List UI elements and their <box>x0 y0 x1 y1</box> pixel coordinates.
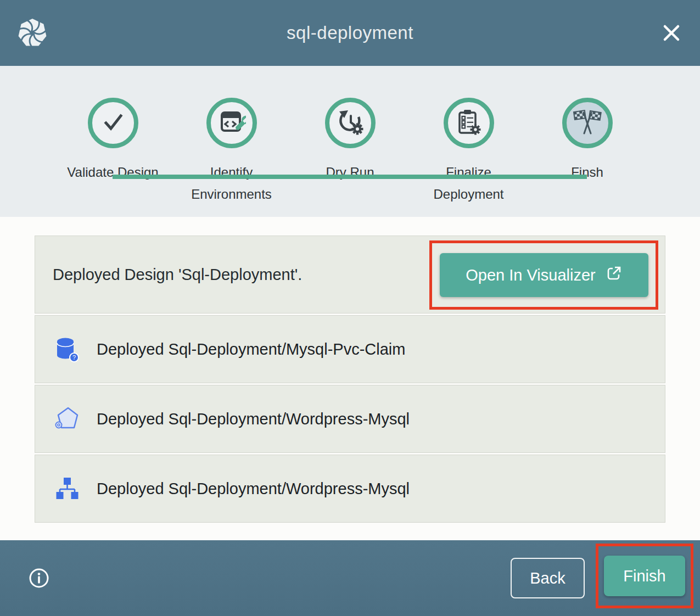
deployment-stepper: Validate Design <box>0 66 700 217</box>
deployment-results: Deployed Design 'Sql-Deployment'. Open I… <box>0 217 700 540</box>
deployed-resource-row: Deployed Sql-Deployment/Wordpress-Mysql <box>35 385 665 453</box>
annotation-box-open-in-visualizer: Open In Visualizer <box>429 240 658 310</box>
modal-header: sql-deployment <box>0 0 700 66</box>
annotation-box-finish: Finish <box>596 544 693 608</box>
deploy-message-row: Deployed Design 'Sql-Deployment'. Open I… <box>35 236 665 313</box>
step-label: Identify Environments <box>172 161 291 205</box>
step-validate-design: Validate Design <box>54 98 172 205</box>
step-label: Finsh <box>571 161 603 183</box>
pentagon-icon <box>53 405 81 433</box>
deployed-resource-text: Deployed Sql-Deployment/Wordpress-Mysql <box>97 410 410 428</box>
open-in-visualizer-button[interactable]: Open In Visualizer <box>440 253 648 297</box>
step-circle-finalize <box>444 98 494 148</box>
checkered-flags-icon <box>572 107 603 139</box>
step-circle-validate <box>88 98 138 148</box>
hierarchy-icon <box>53 474 81 503</box>
step-circle-dry-run <box>325 98 376 148</box>
step-circle-identify <box>206 98 257 148</box>
close-icon[interactable] <box>659 21 684 45</box>
stepper-connector-line <box>113 175 587 179</box>
code-window-wrench-icon <box>217 108 246 138</box>
check-icon <box>99 108 127 138</box>
finish-button[interactable]: Finish <box>604 556 685 596</box>
step-finalize-deployment: Finalize Deployment <box>410 98 528 205</box>
modal-footer: Back Finish <box>0 540 700 616</box>
database-icon: ? <box>53 335 81 363</box>
dry-run-refresh-gear-icon <box>336 108 365 138</box>
step-circle-finish <box>562 98 613 148</box>
clipboard-gear-icon <box>455 108 483 138</box>
step-finish: Finsh <box>528 98 647 205</box>
deploy-message: Deployed Design 'Sql-Deployment'. <box>53 266 302 284</box>
info-icon[interactable] <box>27 567 51 590</box>
step-label: Finalize Deployment <box>410 161 528 205</box>
step-dry-run: Dry Run <box>291 98 410 205</box>
modal-title: sql-deployment <box>0 23 700 43</box>
deployed-resource-row: ? Deployed Sql-Deployment/Mysql-Pvc-Clai… <box>35 315 665 383</box>
svg-text:?: ? <box>72 354 76 361</box>
step-label: Validate Design <box>67 161 158 183</box>
step-identify-environments: Identify Environments <box>172 98 291 205</box>
external-link-icon <box>606 265 622 285</box>
deployed-resource-text: Deployed Sql-Deployment/Wordpress-Mysql <box>97 480 410 498</box>
back-button[interactable]: Back <box>511 558 585 598</box>
open-in-visualizer-label: Open In Visualizer <box>466 266 595 284</box>
deployed-resource-text: Deployed Sql-Deployment/Mysql-Pvc-Claim <box>97 340 405 359</box>
sql-deployment-modal: sql-deployment Vali <box>0 0 700 616</box>
step-label: Dry Run <box>326 161 374 183</box>
deployed-resource-row: Deployed Sql-Deployment/Wordpress-Mysql <box>35 455 665 523</box>
